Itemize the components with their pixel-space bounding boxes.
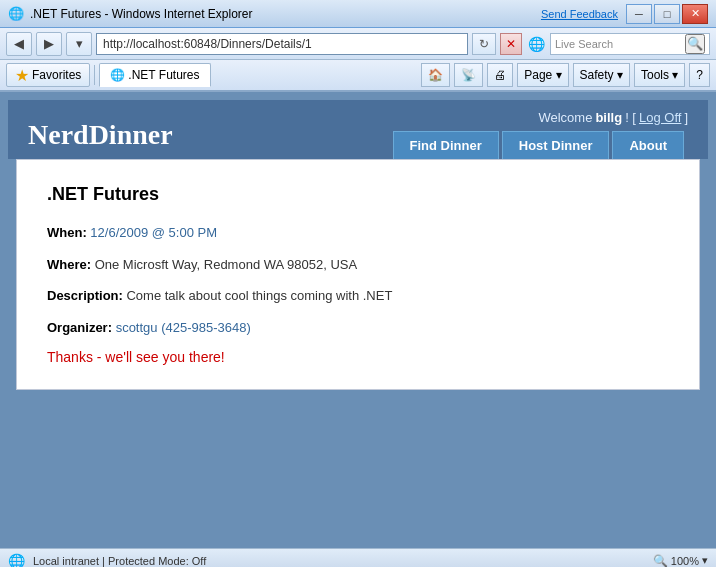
search-button[interactable]: 🔍 <box>685 34 705 54</box>
tab-ie-icon: 🌐 <box>110 68 125 82</box>
safety-menu[interactable]: Safety ▾ <box>573 63 630 87</box>
when-value: 12/6/2009 @ 5:00 PM <box>90 225 217 240</box>
browser-content: NerdDinner Welcome billg ! [ Log Off ] F… <box>0 92 716 548</box>
browser-tab[interactable]: 🌐 .NET Futures <box>99 63 210 87</box>
ie-logo-icon: 🌐 <box>526 34 546 54</box>
close-button[interactable]: ✕ <box>682 4 708 24</box>
address-input[interactable] <box>96 33 468 55</box>
window-title: .NET Futures - Windows Internet Explorer <box>30 7 541 21</box>
live-search-box[interactable]: Live Search 🔍 <box>550 33 710 55</box>
username: billg <box>595 110 622 125</box>
app-header: NerdDinner Welcome billg ! [ Log Off ] F… <box>8 100 708 159</box>
logoff-suffix: ] <box>684 110 688 125</box>
welcome-suffix: ! [ <box>625 110 636 125</box>
restore-button[interactable]: □ <box>654 4 680 24</box>
ie-icon: 🌐 <box>8 6 24 22</box>
find-dinner-button[interactable]: Find Dinner <box>393 131 499 159</box>
zoom-arrow-icon: ▾ <box>702 554 708 567</box>
organizer-label: Organizer: <box>47 320 112 335</box>
dinner-card: .NET Futures When: 12/6/2009 @ 5:00 PM W… <box>16 159 700 390</box>
back-button[interactable]: ◀ <box>6 32 32 56</box>
when-label: When: <box>47 225 87 240</box>
rss-button[interactable]: 📡 <box>454 63 483 87</box>
star-icon: ★ <box>15 66 29 85</box>
toolbar-divider <box>94 65 95 85</box>
status-text: Local intranet | Protected Mode: Off <box>33 555 645 567</box>
where-label: Where: <box>47 257 91 272</box>
stop-button[interactable]: ✕ <box>500 33 522 55</box>
organizer-row: Organizer: scottgu (425-985-3648) <box>47 318 669 338</box>
live-search-label: Live Search <box>555 38 681 50</box>
host-dinner-button[interactable]: Host Dinner <box>502 131 610 159</box>
globe-icon: 🌐 <box>8 553 25 568</box>
description-row: Description: Come talk about cool things… <box>47 286 669 306</box>
logoff-link[interactable]: Log Off <box>639 110 681 125</box>
title-bar: 🌐 .NET Futures - Windows Internet Explor… <box>0 0 716 28</box>
window-controls: ─ □ ✕ <box>626 4 708 24</box>
description-value: Come talk about cool things coming with … <box>126 288 392 303</box>
welcome-text: Welcome <box>538 110 592 125</box>
help-button[interactable]: ? <box>689 63 710 87</box>
browser-toolbar: ★ Favorites 🌐 .NET Futures 🏠 📡 🖨 Page ▾ … <box>0 60 716 92</box>
thanks-message: Thanks - we'll see you there! <box>47 349 669 365</box>
address-bar: ◀ ▶ ▾ ↻ ✕ 🌐 Live Search 🔍 <box>0 28 716 60</box>
about-button[interactable]: About <box>612 131 684 159</box>
app-nav: Find Dinner Host Dinner About <box>393 131 688 159</box>
tab-label: .NET Futures <box>128 68 199 82</box>
zoom-area[interactable]: 🔍 100% ▾ <box>653 554 708 568</box>
organizer-value: scottgu (425-985-3648) <box>116 320 251 335</box>
home-button[interactable]: 🏠 <box>421 63 450 87</box>
dropdown-button[interactable]: ▾ <box>66 32 92 56</box>
favorites-button[interactable]: ★ Favorites <box>6 63 90 87</box>
when-row: When: 12/6/2009 @ 5:00 PM <box>47 223 669 243</box>
minimize-button[interactable]: ─ <box>626 4 652 24</box>
app-title: NerdDinner <box>28 119 173 159</box>
where-value: One Microsft Way, Redmond WA 98052, USA <box>95 257 358 272</box>
favorites-label: Favorites <box>32 68 81 82</box>
welcome-area: Welcome billg ! [ Log Off ] <box>538 110 688 131</box>
forward-button[interactable]: ▶ <box>36 32 62 56</box>
dinner-title: .NET Futures <box>47 184 669 205</box>
status-bar: 🌐 Local intranet | Protected Mode: Off 🔍… <box>0 548 716 567</box>
where-row: Where: One Microsft Way, Redmond WA 9805… <box>47 255 669 275</box>
page-menu[interactable]: Page ▾ <box>517 63 568 87</box>
zoom-level: 100% <box>671 555 699 567</box>
zoom-icon: 🔍 <box>653 554 668 568</box>
refresh-button[interactable]: ↻ <box>472 33 496 55</box>
print-button[interactable]: 🖨 <box>487 63 513 87</box>
send-feedback-link[interactable]: Send Feedback <box>541 8 618 20</box>
description-label: Description: <box>47 288 123 303</box>
tools-menu[interactable]: Tools ▾ <box>634 63 685 87</box>
